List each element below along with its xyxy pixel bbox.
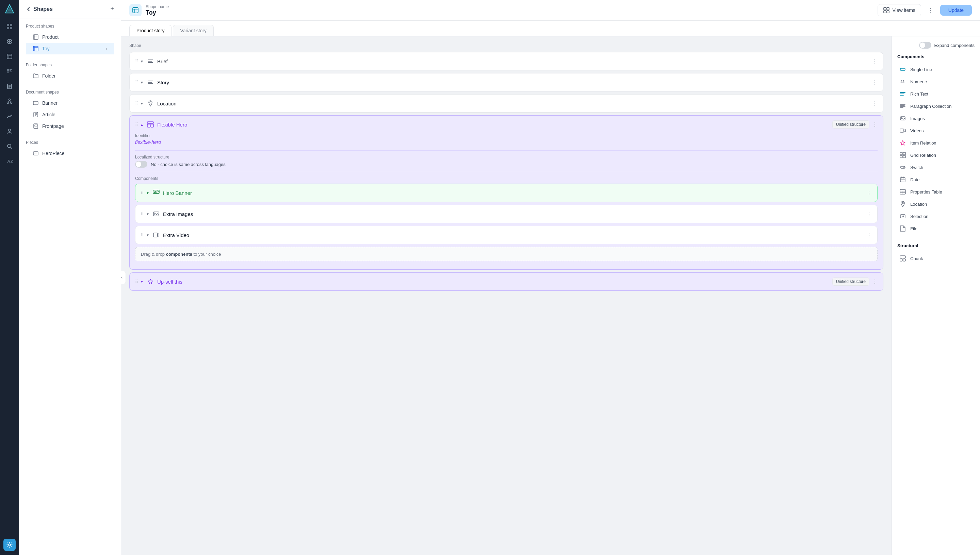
- hero-banner-label: Hero Banner: [163, 190, 864, 196]
- flexible-hero-chevron[interactable]: ▲: [140, 123, 144, 127]
- chunk-label: Chunk: [910, 256, 923, 261]
- sidebar-item-product[interactable]: Product: [26, 31, 114, 43]
- nav-settings[interactable]: [3, 539, 16, 551]
- brief-menu[interactable]: ⋮: [872, 58, 877, 65]
- nav-catalogue[interactable]: [3, 50, 16, 63]
- brief-drag-handle[interactable]: ⠿: [135, 59, 138, 64]
- hero-banner-chevron[interactable]: ▼: [146, 191, 149, 195]
- add-shape-button[interactable]: +: [110, 5, 114, 13]
- location-menu[interactable]: ⋮: [872, 100, 877, 107]
- story-menu[interactable]: ⋮: [872, 79, 877, 86]
- flexible-hero-drag[interactable]: ⠿: [135, 122, 138, 127]
- update-button[interactable]: Update: [940, 5, 972, 16]
- component-selection[interactable]: Selection: [897, 210, 975, 222]
- sidebar-item-toy[interactable]: Toy ‹: [26, 43, 114, 55]
- extra-video-header[interactable]: ⠿ ▼ Extra Video ⋮: [135, 226, 877, 244]
- hero-banner-row: ⠿ ▼ Hero Banner ⋮: [135, 184, 877, 202]
- svg-rect-30: [33, 35, 38, 39]
- brief-row-header[interactable]: ⠿ ▼ Brief ⋮: [130, 52, 883, 70]
- nav-connections[interactable]: [3, 95, 16, 107]
- component-single-line[interactable]: Single Line: [897, 63, 975, 75]
- svg-rect-3: [10, 24, 12, 26]
- upsell-chevron[interactable]: ▼: [140, 280, 144, 284]
- extra-video-label: Extra Video: [163, 232, 864, 238]
- sidebar-item-folder[interactable]: Folder: [26, 70, 114, 82]
- nav-analytics[interactable]: [3, 110, 16, 122]
- component-switch[interactable]: Switch: [897, 161, 975, 173]
- sidebar-item-frontpage[interactable]: Frontpage: [26, 120, 114, 132]
- main-header: Shape name Toy View items ⋮ Update: [121, 0, 980, 21]
- localized-toggle[interactable]: [135, 161, 147, 168]
- brief-chevron[interactable]: ▼: [140, 59, 144, 63]
- extra-images-chevron[interactable]: ▼: [146, 212, 149, 216]
- hero-banner-menu[interactable]: ⋮: [866, 190, 872, 196]
- single-line-icon: [899, 65, 907, 74]
- svg-rect-80: [903, 152, 906, 155]
- tab-product-story[interactable]: Product story: [129, 25, 172, 36]
- svg-rect-49: [887, 8, 889, 10]
- view-items-button[interactable]: View items: [877, 4, 921, 16]
- sidebar-item-banner[interactable]: Banner: [26, 97, 114, 109]
- right-panel: Expand components Components Single Line…: [892, 36, 980, 555]
- expand-toggle[interactable]: [919, 42, 931, 49]
- component-location[interactable]: Location: [897, 198, 975, 210]
- story-drag-handle[interactable]: ⠿: [135, 80, 138, 85]
- extra-images-menu[interactable]: ⋮: [866, 211, 872, 217]
- extra-images-header[interactable]: ⠿ ▼ Extra Images ⋮: [135, 205, 877, 223]
- expand-toggle-knob: [920, 43, 925, 48]
- component-rich-text[interactable]: Rich Text: [897, 88, 975, 100]
- sidebar-item-article[interactable]: Article: [26, 109, 114, 120]
- nav-orders[interactable]: [3, 80, 16, 93]
- nav-text[interactable]: AZ: [3, 155, 16, 167]
- component-date[interactable]: Date: [897, 173, 975, 186]
- component-videos[interactable]: Videos: [897, 125, 975, 137]
- extra-video-menu[interactable]: ⋮: [866, 232, 872, 238]
- component-item-relation[interactable]: Item Relation: [897, 137, 975, 149]
- location-drag-handle[interactable]: ⠿: [135, 101, 138, 106]
- component-properties-table[interactable]: Properties Table: [897, 186, 975, 198]
- tab-variant-story[interactable]: Variant story: [173, 25, 214, 36]
- item-relation-icon: [899, 139, 907, 147]
- nav-customers[interactable]: [3, 125, 16, 137]
- product-label: Product: [42, 34, 58, 40]
- sidebar-item-heropiece[interactable]: HeroPiece: [26, 148, 114, 159]
- nav-shapes[interactable]: [3, 35, 16, 48]
- collapse-sidebar-button[interactable]: ‹: [118, 271, 126, 284]
- upsell-header[interactable]: ⠿ ▼ Up-sell this Unified structure ⋮: [130, 273, 883, 290]
- back-button[interactable]: Shapes: [26, 6, 53, 12]
- svg-point-84: [903, 167, 905, 168]
- selection-label: Selection: [910, 214, 928, 219]
- component-paragraph-collection[interactable]: Paragraph Collection: [897, 100, 975, 112]
- location-row: ⠿ ▼ Location ⋮: [129, 94, 884, 112]
- nav-search[interactable]: [3, 140, 16, 152]
- upsell-drag[interactable]: ⠿: [135, 279, 138, 284]
- svg-line-27: [11, 147, 12, 149]
- svg-rect-51: [887, 11, 889, 13]
- hero-banner-header[interactable]: ⠿ ▼ Hero Banner ⋮: [135, 184, 877, 202]
- sidebar-header: Shapes +: [19, 0, 121, 18]
- upsell-menu[interactable]: ⋮: [872, 279, 877, 285]
- single-line-label: Single Line: [910, 67, 932, 72]
- flexible-hero-menu[interactable]: ⋮: [872, 121, 877, 128]
- component-numeric[interactable]: 42 Numeric: [897, 75, 975, 88]
- component-chunk[interactable]: Chunk: [897, 252, 975, 265]
- svg-rect-2: [7, 24, 9, 26]
- story-row-header[interactable]: ⠿ ▼ Story ⋮: [130, 74, 883, 91]
- extra-video-drag[interactable]: ⠿: [141, 233, 143, 237]
- extra-images-drag[interactable]: ⠿: [141, 212, 143, 216]
- more-options-button[interactable]: ⋮: [925, 5, 936, 16]
- hero-banner-drag[interactable]: ⠿: [141, 191, 143, 195]
- extra-video-chevron[interactable]: ▼: [146, 233, 149, 237]
- component-file[interactable]: File: [897, 222, 975, 235]
- nav-items[interactable]: [3, 65, 16, 77]
- images-label: Images: [910, 116, 925, 121]
- story-chevron[interactable]: ▼: [140, 80, 144, 84]
- nav-dashboard[interactable]: [3, 21, 16, 33]
- component-grid-relation[interactable]: Grid Relation: [897, 149, 975, 161]
- component-images[interactable]: Images: [897, 112, 975, 125]
- flexible-hero-header[interactable]: ⠿ ▲ Flexible Hero Unified structure ⋮: [130, 115, 883, 133]
- location-chevron[interactable]: ▼: [140, 102, 144, 106]
- app-logo[interactable]: [4, 4, 15, 15]
- pieces-label: Pieces: [26, 140, 114, 145]
- location-row-header[interactable]: ⠿ ▼ Location ⋮: [130, 95, 883, 112]
